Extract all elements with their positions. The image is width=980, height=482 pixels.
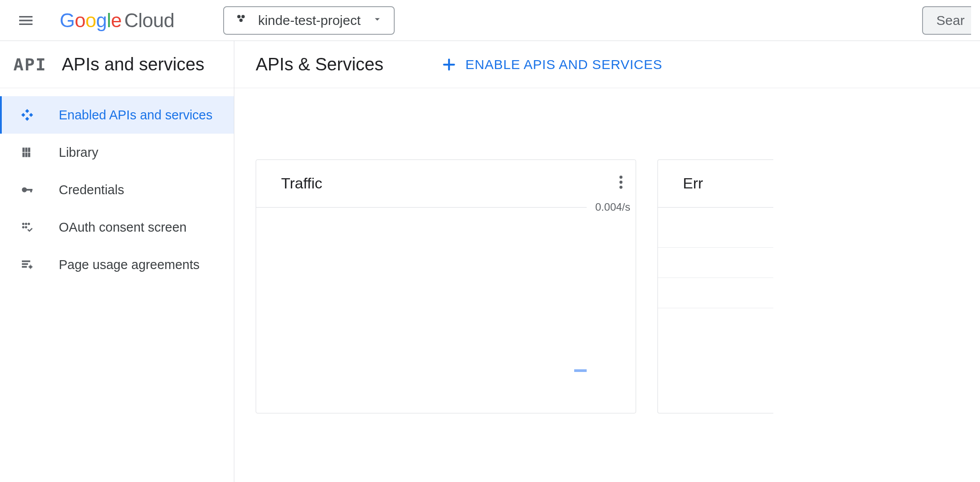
library-icon [20,146,35,159]
sidebar-nav: Enabled APIs and services Library Creden… [0,88,234,283]
sidebar-item-credentials[interactable]: Credentials [0,171,234,208]
sidebar-item-library[interactable]: Library [0,134,234,171]
sidebar-item-page-usage-agreements[interactable]: Page usage agreements [0,246,234,283]
sidebar-item-oauth-consent[interactable]: OAuth consent screen [0,208,234,246]
svg-point-25 [620,176,623,179]
main-area: APIs & Services ENABLE APIS AND SERVICES… [234,41,980,482]
svg-point-27 [620,186,623,189]
errors-card-title: Err [683,175,703,192]
sidebar-item-label: Page usage agreements [59,257,200,272]
logo-letter: o [86,9,96,32]
traffic-card-title: Traffic [281,175,323,192]
sidebar-item-label: Enabled APIs and services [59,108,212,123]
svg-rect-21 [22,261,30,262]
svg-point-18 [28,223,30,225]
svg-point-26 [620,181,623,184]
traffic-chart: 0.004/s [256,206,636,413]
chart-gridline [658,207,773,208]
traffic-card-menu-button[interactable] [619,175,623,192]
svg-rect-11 [25,153,27,157]
traffic-card: Traffic 0.004/s [256,159,636,413]
chart-gridline [256,207,587,208]
hamburger-menu-button[interactable] [13,8,38,33]
dropdown-caret-icon [372,13,383,28]
chart-gridline [658,247,773,248]
svg-point-17 [25,223,27,225]
svg-rect-22 [22,264,28,265]
sidebar-title: APIs and services [62,54,204,74]
svg-point-24 [29,266,32,268]
traffic-card-header: Traffic [256,160,636,206]
project-hex-icon [235,12,247,28]
errors-card: Err [657,159,773,413]
consent-icon [20,221,35,234]
enable-apis-button[interactable]: ENABLE APIS AND SERVICES [441,57,662,72]
svg-point-19 [22,226,24,228]
svg-rect-12 [29,153,30,157]
cards-row: Traffic 0.004/s Err [234,88,980,413]
agreement-icon [20,258,35,271]
svg-rect-3 [25,110,29,113]
page-title: APIs & Services [256,54,384,74]
api-badge-icon: API [13,55,47,74]
svg-rect-7 [23,148,24,152]
sidebar-item-enabled-apis[interactable]: Enabled APIs and services [0,96,234,134]
sidebar: API APIs and services Enabled APIs and s… [0,41,234,482]
svg-rect-9 [29,148,30,152]
sidebar-item-label: OAuth consent screen [59,220,187,235]
project-name: kinde-test-project [258,13,360,28]
svg-point-16 [22,223,24,225]
svg-rect-5 [29,113,33,116]
hamburger-icon [17,12,35,29]
search-input[interactable]: Sear [922,6,971,35]
svg-rect-6 [25,117,29,120]
enable-apis-label: ENABLE APIS AND SERVICES [466,57,662,72]
top-bar: Google Cloud kinde-test-project Sear [0,0,980,41]
chart-gridline [658,308,773,308]
svg-point-0 [237,15,241,18]
errors-card-header: Err [658,160,773,206]
svg-point-20 [25,226,27,228]
google-cloud-logo[interactable]: Google Cloud [60,9,174,32]
main-header: APIs & Services ENABLE APIS AND SERVICES [234,41,980,88]
chart-data-point [574,369,587,372]
logo-letter: G [60,9,75,32]
search-placeholder: Sear [936,13,964,28]
logo-letter: e [111,9,122,32]
svg-rect-10 [23,153,24,157]
diamond-cluster-icon [20,108,35,122]
logo-letter: o [75,9,86,32]
sidebar-item-label: Credentials [59,183,124,197]
key-icon [20,183,35,196]
logo-cloud-word: Cloud [124,9,174,32]
sidebar-item-label: Library [59,145,98,160]
svg-point-1 [241,15,245,18]
logo-letter: l [107,9,111,32]
errors-chart [658,206,773,413]
project-picker[interactable]: kinde-test-project [223,6,394,35]
sidebar-header: API APIs and services [0,41,234,88]
plus-icon [441,57,457,72]
chart-gridline [658,278,773,278]
svg-rect-4 [22,113,25,116]
kebab-icon [619,175,623,190]
svg-point-2 [240,19,243,22]
svg-rect-15 [31,189,32,192]
chart-gridline-label: 0.004/s [595,201,630,213]
svg-rect-8 [25,148,27,152]
logo-letter: g [96,9,107,32]
svg-rect-23 [22,266,27,268]
